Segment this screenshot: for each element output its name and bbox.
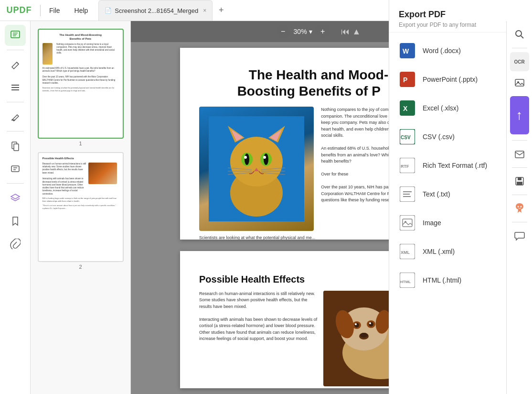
- rtf-icon: RTF: [399, 157, 416, 174]
- menu-help[interactable]: Help: [68, 4, 95, 17]
- svg-rect-54: [403, 196, 411, 197]
- sidebar-pages-icon[interactable]: [5, 135, 26, 156]
- svg-point-69: [517, 206, 519, 208]
- svg-rect-65: [515, 151, 524, 158]
- svg-rect-4: [11, 120, 15, 120]
- right-mail-icon[interactable]: [510, 144, 529, 164]
- right-sidebar: OCR ↑: [506, 21, 532, 394]
- export-html-label: HTML (.html): [423, 276, 461, 284]
- thumb-p1-title: The Health and Mood-BoostingBenefits of …: [43, 33, 119, 41]
- export-subtitle: Export your PDF to any format: [399, 22, 522, 28]
- svg-rect-63: [515, 79, 524, 86]
- zoom-value[interactable]: 30% ▾: [294, 28, 312, 35]
- svg-point-20: [263, 156, 266, 159]
- thumb-p2-body2: NIH is funding large-scale surveys to fi…: [43, 197, 119, 202]
- svg-text:X: X: [403, 105, 408, 112]
- svg-rect-52: [403, 191, 412, 192]
- thumb-p1-caption: Scientists are looking at what the poten…: [43, 87, 119, 92]
- sidebar-layers-icon[interactable]: [5, 187, 26, 208]
- svg-point-37: [355, 323, 357, 325]
- right-chat-icon[interactable]: [510, 226, 529, 245]
- active-tab[interactable]: 📄 Screenshot 2...81654_Merged ×: [98, 0, 213, 21]
- main-area: The Health and Mood-BoostingBenefits of …: [0, 21, 532, 394]
- svg-point-62: [516, 31, 521, 36]
- thumbnail-page-2[interactable]: Possible Health Effects Research on huma…: [38, 152, 124, 270]
- sidebar-sep1: [7, 50, 24, 50]
- topbar-tabs: 📄 Screenshot 2...81654_Merged × +: [98, 0, 435, 21]
- right-sep5: [512, 222, 527, 222]
- zoom-nav: ⏮ ▲: [341, 27, 361, 37]
- sidebar-form-icon[interactable]: [5, 158, 26, 179]
- logo-text: UPDF: [7, 5, 32, 15]
- sidebar-sep4: [7, 183, 24, 184]
- thumb-cat-img: [43, 43, 53, 65]
- page1-caption: Scientists are looking at what the poten…: [199, 235, 315, 239]
- svg-rect-1: [11, 85, 19, 86]
- zoom-percent: 30%: [294, 28, 307, 35]
- word-icon: W: [399, 42, 416, 59]
- sidebar-list-icon[interactable]: [5, 77, 26, 98]
- svg-point-40: [360, 333, 368, 338]
- right-sep2: [512, 140, 527, 141]
- sidebar-bookmark-icon[interactable]: [5, 210, 26, 231]
- page2-text: Research on human-animal interactions is…: [199, 291, 318, 386]
- right-ai-icon[interactable]: [510, 199, 529, 218]
- thumb-p1-body2: An estimated 68% of U.S. households have…: [43, 67, 119, 85]
- right-save-icon[interactable]: [510, 172, 529, 191]
- thumbnail-page-1[interactable]: The Health and Mood-BoostingBenefits of …: [38, 29, 124, 146]
- csv-icon: CSV: [399, 128, 416, 145]
- svg-text:CSV: CSV: [401, 135, 411, 140]
- topbar-menu: File Help: [43, 4, 95, 17]
- right-image-icon[interactable]: [510, 73, 529, 92]
- export-image-label: Image: [423, 219, 441, 227]
- svg-point-19: [244, 156, 247, 159]
- convert-arrow-up-button[interactable]: ↑: [510, 96, 529, 134]
- svg-point-38: [369, 322, 371, 324]
- nav-prev-button[interactable]: ▲: [352, 27, 361, 37]
- svg-point-17: [245, 153, 249, 165]
- thumb-p2-heading: Possible Health Effects: [43, 157, 119, 161]
- sidebar-sep2: [7, 102, 24, 102]
- left-sidebar: [0, 21, 31, 394]
- sidebar-annotate-icon[interactable]: [5, 54, 26, 75]
- svg-text:P: P: [403, 76, 407, 84]
- svg-rect-2: [11, 87, 19, 88]
- right-sep1: [512, 48, 527, 48]
- svg-text:XML: XML: [401, 250, 410, 255]
- export-csv-label: CSV (.csv): [423, 133, 455, 141]
- svg-text:HTML: HTML: [400, 280, 411, 284]
- svg-rect-53: [403, 194, 410, 195]
- sidebar-attachment-icon[interactable]: [5, 233, 26, 254]
- sidebar-edit-icon[interactable]: [5, 106, 26, 127]
- topbar-divider: [40, 5, 41, 16]
- thumb-page-2-content: Possible Health Effects Research on huma…: [38, 152, 124, 262]
- xlsx-icon: X: [399, 99, 416, 117]
- tab-close-button[interactable]: ×: [203, 7, 206, 14]
- thumbnail-panel: The Health and Mood-BoostingBenefits of …: [31, 21, 131, 394]
- right-sep4: [512, 195, 527, 195]
- arrow-up-icon: ↑: [516, 108, 523, 123]
- thumb-page-1-num: 1: [79, 141, 82, 146]
- svg-point-36: [369, 322, 373, 327]
- menu-file[interactable]: File: [43, 4, 67, 17]
- zoom-in-button[interactable]: +: [316, 25, 330, 38]
- zoom-dropdown-icon: ▾: [309, 28, 312, 35]
- thumb-page-1-content: The Health and Mood-BoostingBenefits of …: [38, 29, 124, 139]
- html-export-icon: HTML: [399, 272, 416, 289]
- svg-rect-67: [518, 177, 521, 180]
- svg-point-70: [520, 206, 521, 208]
- zoom-out-button[interactable]: −: [277, 25, 290, 38]
- right-search-icon[interactable]: [510, 25, 529, 44]
- thumb-page-2-num: 2: [79, 264, 82, 270]
- svg-rect-6: [14, 144, 19, 151]
- export-rtf-label: Rich Text Format (.rtf): [423, 162, 487, 169]
- sidebar-read-icon[interactable]: [5, 25, 26, 46]
- nav-first-button[interactable]: ⏮: [341, 27, 350, 37]
- sidebar-sep3: [7, 131, 24, 131]
- svg-rect-7: [11, 166, 19, 172]
- tab-label: Screenshot 2...81654_Merged: [115, 7, 198, 14]
- right-ocr-icon[interactable]: OCR: [510, 52, 529, 71]
- svg-rect-55: [400, 215, 415, 230]
- new-tab-button[interactable]: +: [214, 4, 228, 17]
- svg-text:W: W: [403, 47, 409, 55]
